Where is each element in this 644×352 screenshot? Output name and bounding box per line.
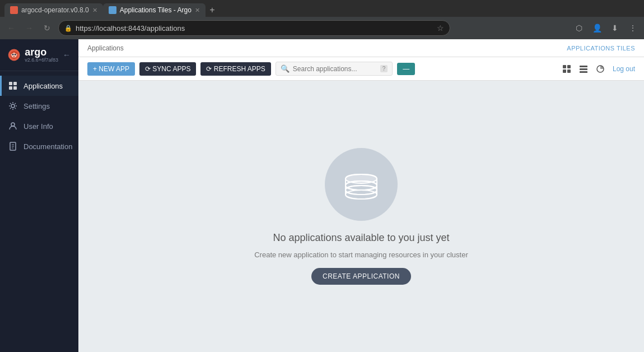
svg-rect-19 — [563, 65, 566, 68]
new-app-button[interactable]: + NEW APP — [87, 62, 135, 76]
svg-rect-25 — [580, 71, 587, 73]
documentation-icon — [8, 141, 18, 151]
browser-toolbar: ← → ↻ 🔒 https://localhost:8443/applicati… — [0, 17, 644, 39]
sidebar-header: argo v2.6.6+6f7af83 ← — [0, 39, 78, 71]
sidebar-item-documentation[interactable]: Documentation — [0, 136, 78, 156]
filter-button[interactable]: — — [397, 63, 415, 75]
main-content: Applications APPLICATIONS TILES + NEW AP… — [78, 39, 644, 352]
sidebar: argo v2.6.6+6f7af83 ← Applications — [0, 39, 78, 352]
logo-text-group: argo v2.6.6+6f7af83 — [25, 47, 58, 63]
svg-rect-6 — [13, 53, 15, 54]
svg-point-30 — [346, 174, 377, 183]
search-shortcut-badge: ? — [380, 65, 388, 72]
menu-icon[interactable]: ⋮ — [626, 21, 640, 35]
sidebar-user-info-label: User Info — [24, 122, 53, 131]
app-layout: argo v2.6.6+6f7af83 ← Applications — [0, 39, 644, 352]
sidebar-item-applications[interactable]: Applications — [0, 76, 78, 96]
svg-rect-21 — [563, 70, 566, 73]
svg-rect-11 — [9, 86, 12, 90]
sync-apps-button[interactable]: ⟳ SYNC APPS — [139, 62, 196, 76]
argo-logo-text: argo — [25, 47, 58, 57]
toolbar: + NEW APP ⟳ SYNC APPS ⟳ REFRESH APPS 🔍 ?… — [78, 57, 644, 81]
breadcrumb: Applications — [87, 44, 124, 52]
search-icon: 🔍 — [281, 64, 290, 73]
extensions-icon[interactable]: ⬡ — [572, 21, 586, 35]
new-tab-button[interactable]: + — [206, 3, 219, 17]
reload-button[interactable]: ↻ — [40, 21, 54, 35]
chart-view-button[interactable] — [594, 62, 607, 76]
back-button[interactable]: ← — [4, 21, 18, 35]
svg-rect-8 — [16, 54, 17, 56]
sidebar-item-user-info[interactable]: User Info — [0, 116, 78, 136]
svg-rect-22 — [567, 70, 571, 73]
sidebar-documentation-label: Documentation — [24, 142, 72, 151]
argo-version: v2.6.6+6f7af83 — [25, 57, 58, 63]
svg-rect-12 — [13, 86, 17, 90]
svg-rect-7 — [11, 54, 12, 56]
forward-button[interactable]: → — [22, 21, 36, 35]
tab2-title: Applications Tiles - Argo — [120, 6, 192, 14]
search-input[interactable] — [293, 65, 377, 73]
create-application-button[interactable]: CREATE APPLICATION — [311, 268, 411, 285]
svg-point-3 — [12, 54, 14, 55]
browser-tabs: argocd-operator.v0.8.0 ✕ Applications Ti… — [0, 0, 644, 17]
svg-point-13 — [11, 104, 15, 108]
browser-tab-2[interactable]: Applications Tiles - Argo ✕ — [103, 3, 206, 17]
empty-state-icon-circle — [325, 148, 398, 221]
svg-rect-24 — [580, 68, 587, 70]
chart-icon — [596, 64, 605, 73]
svg-rect-9 — [9, 82, 12, 85]
list-icon — [579, 64, 588, 73]
svg-point-14 — [11, 123, 15, 126]
browser-chrome: argocd-operator.v0.8.0 ✕ Applications Ti… — [0, 0, 644, 39]
view-buttons: Log out — [560, 62, 635, 76]
address-text: https://localhost:8443/applications — [76, 24, 433, 33]
lock-icon: 🔒 — [64, 25, 72, 32]
grid-icon — [562, 64, 571, 73]
bookmark-star-icon[interactable]: ☆ — [437, 24, 444, 33]
svg-point-4 — [15, 54, 16, 55]
view-label: APPLICATIONS TILES — [567, 45, 635, 52]
tile-view-button[interactable] — [560, 62, 573, 76]
sidebar-nav: Applications Settings Us — [0, 71, 78, 352]
tab1-close[interactable]: ✕ — [92, 7, 97, 14]
logout-button[interactable]: Log out — [613, 65, 635, 73]
content-header: Applications APPLICATIONS TILES — [78, 39, 644, 57]
profile-icon[interactable]: 👤 — [590, 21, 604, 35]
applications-icon — [8, 81, 18, 91]
svg-rect-23 — [580, 66, 587, 67]
svg-rect-10 — [13, 82, 17, 85]
search-box: 🔍 ? — [276, 62, 393, 76]
empty-state-title: No applications available to you just ye… — [273, 232, 449, 244]
tab2-favicon — [109, 6, 116, 14]
settings-icon — [8, 101, 18, 111]
svg-rect-5 — [13, 56, 15, 57]
sidebar-settings-label: Settings — [24, 102, 50, 110]
browser-tab-1[interactable]: argocd-operator.v0.8.0 ✕ — [4, 3, 103, 17]
tab1-favicon — [10, 6, 18, 14]
tab2-close[interactable]: ✕ — [195, 7, 200, 14]
svg-rect-20 — [567, 65, 571, 68]
empty-state: No applications available to you just ye… — [78, 81, 644, 352]
browser-toolbar-icons: ⬡ 👤 ⬇ ⋮ — [572, 21, 640, 35]
empty-state-subtitle: Create new application to start managing… — [254, 251, 468, 259]
tab1-title: argocd-operator.v0.8.0 — [21, 6, 89, 14]
refresh-apps-button[interactable]: ⟳ REFRESH APPS — [200, 62, 270, 76]
address-bar[interactable]: 🔒 https://localhost:8443/applications ☆ — [58, 20, 450, 36]
list-view-button[interactable] — [577, 62, 590, 76]
download-icon[interactable]: ⬇ — [608, 21, 622, 35]
user-icon — [8, 121, 18, 131]
sidebar-collapse-button[interactable]: ← — [63, 50, 71, 59]
argo-logo-icon — [8, 46, 20, 64]
sidebar-item-settings[interactable]: Settings — [0, 96, 78, 116]
stack-icon — [342, 168, 381, 201]
sidebar-applications-label: Applications — [24, 82, 63, 90]
